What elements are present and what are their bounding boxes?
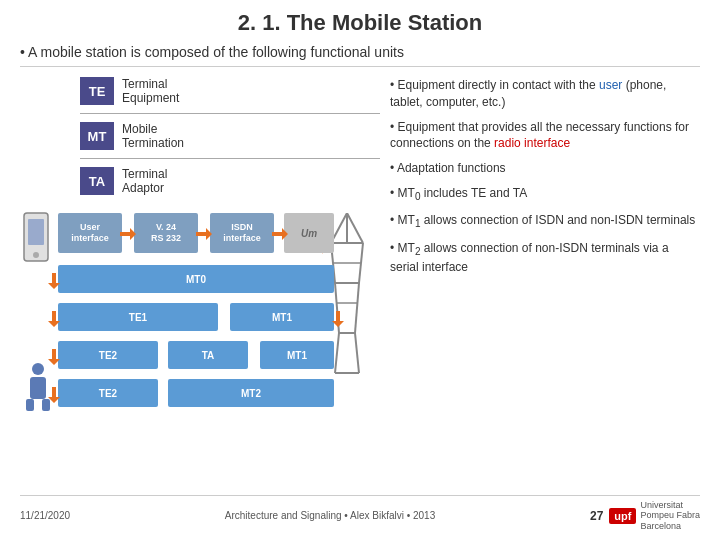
term-row-mt: MT MobileTermination (80, 122, 380, 150)
svg-marker-27 (332, 311, 344, 327)
page-number: 27 (590, 509, 603, 523)
block-mt2: MT2 (168, 379, 334, 407)
mt-badge: MT (80, 122, 114, 150)
block-isdn-interface: ISDNinterface (210, 213, 274, 253)
block-v24: V. 24RS 232 (134, 213, 198, 253)
bullet-mt1: MT1 allows connection of ISDN and non-IS… (390, 212, 700, 231)
arrow-mt1 (332, 311, 344, 327)
svg-rect-1 (28, 219, 44, 245)
subtitle-text: • A mobile station is composed of the fo… (20, 44, 404, 60)
footer: 11/21/2020 Architecture and Signaling • … (20, 495, 700, 532)
svg-point-2 (33, 252, 39, 258)
arrow-te2-2 (48, 387, 60, 403)
block-ta: TA (168, 341, 248, 369)
left-section: TE TerminalEquipment MT MobileTerminatio… (20, 77, 380, 433)
svg-rect-5 (26, 399, 34, 411)
bullet-mt: Equipment that provides all the necessar… (390, 119, 700, 153)
svg-line-8 (347, 213, 363, 243)
phone-icon (22, 211, 50, 267)
right-section: Equipment directly in contact with the u… (390, 77, 700, 433)
page: 2. 1. The Mobile Station • A mobile stat… (0, 0, 720, 540)
arrow-te2-1 (48, 349, 60, 365)
bullet-mt0: MT0 includes TE and TA (390, 185, 700, 204)
page-title: 2. 1. The Mobile Station (20, 10, 700, 36)
arrow-te1 (48, 311, 60, 327)
svg-line-20 (355, 333, 359, 373)
svg-point-3 (32, 363, 44, 375)
term-row-ta: TA TerminalAdaptor (80, 167, 380, 195)
svg-marker-24 (272, 228, 288, 240)
bullet-mt2: MT2 allows connection of non-ISDN termin… (390, 240, 700, 276)
block-te2-row1: TE2 (58, 341, 158, 369)
svg-marker-29 (48, 387, 60, 403)
block-um: Um (284, 213, 334, 253)
te-label: TerminalEquipment (122, 77, 202, 105)
arrow-3 (272, 228, 288, 240)
te-badge: TE (80, 77, 114, 105)
block-te2-row2: TE2 (58, 379, 158, 407)
block-mt0: MT0 (58, 265, 334, 293)
mt-label: MobileTermination (122, 122, 202, 150)
footer-date: 11/21/2020 (20, 510, 70, 521)
arrow-left-mt0 (48, 273, 60, 289)
ta-label: TerminalAdaptor (122, 167, 202, 195)
svg-marker-22 (120, 228, 136, 240)
block-user-interface: Userinterface (58, 213, 122, 253)
term-table: TE TerminalEquipment MT MobileTerminatio… (80, 77, 380, 195)
arrow-1 (120, 228, 136, 240)
bullet-te: Equipment directly in contact with the u… (390, 77, 700, 111)
block-mt1-top: MT1 (230, 303, 334, 331)
subtitle: • A mobile station is composed of the fo… (20, 44, 700, 67)
svg-line-17 (355, 283, 359, 333)
logo-box: upf (609, 508, 636, 524)
block-te1: TE1 (58, 303, 218, 331)
diagram-area: Userinterface V. 24RS 232 ISDNinterface … (20, 203, 375, 433)
svg-marker-23 (196, 228, 212, 240)
svg-marker-28 (48, 349, 60, 365)
block-mt1-bot: MT1 (260, 341, 334, 369)
footer-logo: upf UniversitatPompeu FabraBarcelona (609, 500, 700, 532)
svg-marker-25 (48, 273, 60, 289)
footer-center: Architecture and Signaling • Alex Bikfal… (225, 510, 435, 521)
bullet-ta: Adaptation functions (390, 160, 700, 177)
svg-rect-4 (30, 377, 46, 399)
term-row-te: TE TerminalEquipment (80, 77, 380, 105)
arrow-2 (196, 228, 212, 240)
logo-text: UniversitatPompeu FabraBarcelona (640, 500, 700, 532)
ta-badge: TA (80, 167, 114, 195)
bullet-list: Equipment directly in contact with the u… (390, 77, 700, 276)
svg-line-19 (335, 333, 339, 373)
main-content: TE TerminalEquipment MT MobileTerminatio… (20, 77, 700, 433)
svg-marker-26 (48, 311, 60, 327)
